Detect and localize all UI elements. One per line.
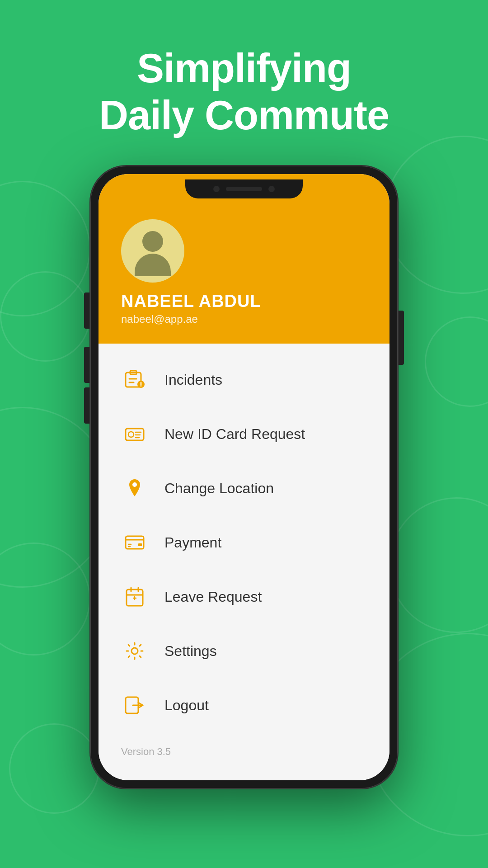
user-name: NABEEL ABDUL <box>121 292 261 311</box>
avatar <box>121 219 184 283</box>
logout-label: Logout <box>164 697 209 714</box>
settings-icon <box>121 637 148 665</box>
hero-line1: Simplifying <box>137 46 351 91</box>
avatar-body <box>135 254 171 276</box>
incidents-icon <box>121 366 148 393</box>
profile-header: NABEEL ABDUL nabeel@app.ae <box>99 206 389 344</box>
svg-rect-7 <box>138 543 142 546</box>
id-card-icon <box>121 420 148 448</box>
notch-bar <box>99 174 389 206</box>
menu-item-incidents[interactable]: Incidents <box>99 353 389 407</box>
menu-list: Incidents New ID Card Request <box>99 344 389 780</box>
menu-item-id-card[interactable]: New ID Card Request <box>99 407 389 461</box>
sensor-dot <box>268 186 275 192</box>
svg-point-5 <box>132 482 137 487</box>
location-icon <box>121 475 148 502</box>
menu-item-payment[interactable]: Payment <box>99 515 389 570</box>
phone-frame: NABEEL ABDUL nabeel@app.ae <box>90 166 398 788</box>
payment-label: Payment <box>164 534 221 551</box>
menu-item-logout[interactable]: Logout <box>99 678 389 732</box>
incidents-label: Incidents <box>164 372 222 388</box>
leave-icon <box>121 583 148 610</box>
payment-icon <box>121 529 148 556</box>
svg-point-9 <box>131 648 138 654</box>
camera-dot <box>213 186 220 192</box>
logout-icon <box>121 692 148 719</box>
hero-line2: Daily Commute <box>99 93 389 138</box>
notch <box>185 179 303 198</box>
settings-label: Settings <box>164 643 217 660</box>
avatar-head <box>142 231 163 252</box>
menu-item-leave[interactable]: Leave Request <box>99 570 389 624</box>
location-label: Change Location <box>164 480 274 497</box>
menu-item-location[interactable]: Change Location <box>99 461 389 515</box>
svg-point-4 <box>128 432 134 437</box>
id-card-label: New ID Card Request <box>164 426 305 443</box>
hero-header: Simplifying Daily Commute <box>0 0 488 166</box>
user-email: nabeel@app.ae <box>121 313 198 326</box>
version-text: Version 3.5 <box>99 732 389 771</box>
phone-mockup: NABEEL ABDUL nabeel@app.ae <box>0 166 488 788</box>
leave-label: Leave Request <box>164 589 262 605</box>
avatar-figure <box>121 219 184 283</box>
speaker <box>226 187 262 191</box>
menu-item-settings[interactable]: Settings <box>99 624 389 678</box>
phone-screen: NABEEL ABDUL nabeel@app.ae <box>99 174 389 780</box>
